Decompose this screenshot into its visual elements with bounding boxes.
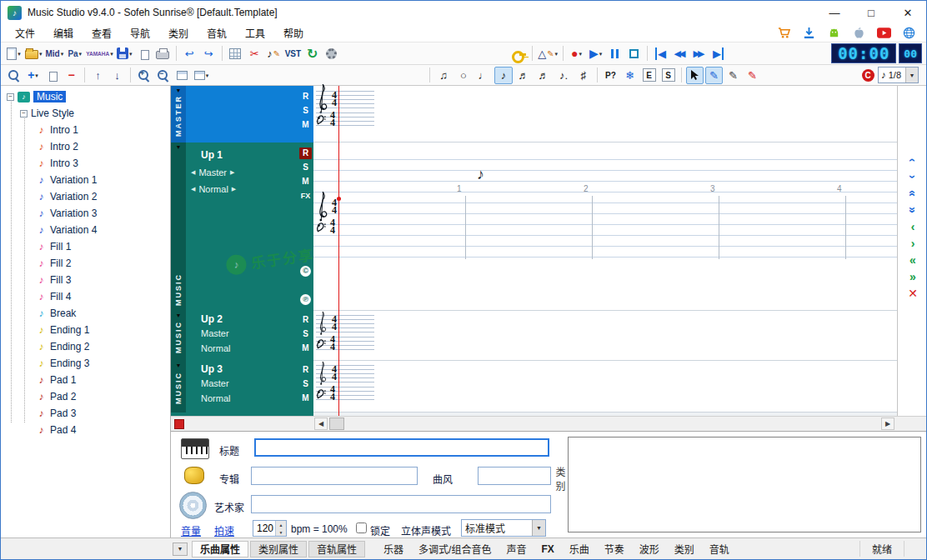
track-mode-select[interactable]: Normal bbox=[201, 343, 230, 353]
tab-rhythm[interactable]: 节奏 bbox=[598, 540, 631, 558]
note-value-dropdown-icon[interactable]: ▼ bbox=[905, 68, 918, 82]
tree-item-label[interactable]: Pad 3 bbox=[50, 408, 76, 419]
tree-item-label[interactable]: Ending 1 bbox=[50, 324, 89, 336]
thirtysecond-note-button[interactable]: ♬ bbox=[534, 67, 553, 84]
horizontal-scrollbar[interactable]: ◀ ▶ bbox=[171, 416, 927, 431]
tree-item-label[interactable]: Fill 1 bbox=[50, 241, 71, 252]
score-view-button[interactable]: S bbox=[659, 67, 677, 84]
tree-item-label[interactable]: Variation 1 bbox=[50, 174, 97, 186]
tree-item-label[interactable]: Break bbox=[50, 308, 76, 319]
pause-button[interactable] bbox=[606, 45, 624, 62]
step-right-button[interactable]: › bbox=[903, 235, 923, 251]
scroll-right-button[interactable]: ▶ bbox=[881, 418, 894, 430]
zoom-in-button[interactable]: + bbox=[135, 67, 153, 84]
next-icon[interactable]: ▶ bbox=[230, 169, 234, 176]
eighth-note-button[interactable]: ♪ bbox=[494, 67, 513, 84]
tree-item[interactable]: ♪Pad 1 bbox=[1, 372, 170, 388]
volume-link[interactable]: 音量 bbox=[181, 523, 201, 538]
score-lane-up1[interactable]: 1 2 3 4 ♪ 44 44 bbox=[313, 142, 897, 311]
move-up-button[interactable]: ↑ bbox=[89, 67, 107, 84]
track-header-up3[interactable]: ▼ MUSIC Up 3 Master Normal R S M bbox=[171, 361, 313, 412]
jump-left-button[interactable]: « bbox=[903, 252, 923, 268]
open-file-button[interactable]: ▾ bbox=[24, 45, 43, 62]
track-name[interactable]: Up 2 bbox=[201, 313, 223, 325]
scroll-down-button[interactable]: › bbox=[903, 168, 923, 184]
tree-item-label[interactable]: Intro 1 bbox=[50, 124, 78, 136]
sixteenth-note-button[interactable]: ♬ bbox=[514, 67, 533, 84]
tab-category[interactable]: 类别 bbox=[668, 540, 701, 558]
tab-track[interactable]: 音轨 bbox=[703, 540, 736, 558]
chord-button[interactable]: C bbox=[862, 69, 874, 82]
dotted-note-button[interactable]: ♪. bbox=[554, 67, 573, 84]
tree-group-live-style[interactable]: − Live Style bbox=[1, 105, 170, 122]
step-left-button[interactable]: ‹ bbox=[903, 218, 923, 234]
collapse-track-icon[interactable]: ▼ bbox=[176, 312, 182, 318]
tree-item[interactable]: ♪Ending 3 bbox=[1, 355, 170, 372]
undo-button[interactable]: ↩ bbox=[181, 45, 198, 62]
tree-item[interactable]: ♪Fill 4 bbox=[1, 288, 170, 305]
tree-item-label[interactable]: Intro 2 bbox=[50, 141, 78, 152]
score-lane-up2[interactable]: 44 44 bbox=[313, 311, 897, 361]
tree-item[interactable]: ♪Pad 4 bbox=[1, 422, 170, 438]
tree-group-label[interactable]: Live Style bbox=[31, 108, 74, 119]
tree-item-label[interactable]: Fill 3 bbox=[50, 274, 71, 286]
tuplet-note-button[interactable]: ♫ bbox=[434, 67, 453, 84]
draw-mode-button[interactable]: △✎▾ bbox=[537, 45, 559, 62]
collapse-track-icon[interactable]: ▼ bbox=[176, 88, 182, 93]
track-mode-select[interactable]: Normal bbox=[201, 393, 230, 403]
tree-root[interactable]: − ♪ Music bbox=[1, 88, 170, 105]
copyright-badge-icon[interactable]: © bbox=[300, 266, 311, 277]
tab-song[interactable]: 乐曲 bbox=[563, 540, 596, 558]
scroll-left-button[interactable]: ◀ bbox=[314, 418, 328, 430]
remove-button[interactable]: − bbox=[63, 67, 80, 84]
website-globe-icon[interactable] bbox=[901, 27, 916, 40]
menu-tools[interactable]: 工具 bbox=[236, 24, 274, 42]
tempo-down-icon[interactable]: ▼ bbox=[276, 528, 286, 536]
redo-button[interactable]: ↪ bbox=[200, 45, 218, 62]
fast-forward-button[interactable]: ▶▶ bbox=[690, 45, 708, 62]
duplicate-button[interactable] bbox=[43, 67, 61, 84]
tree-item-label[interactable]: Intro 3 bbox=[50, 158, 78, 169]
download-icon[interactable] bbox=[801, 27, 816, 40]
tempo-link[interactable]: 拍速 bbox=[214, 523, 234, 538]
pencil-tool-button[interactable]: ✎ bbox=[705, 67, 723, 84]
tempo-spinner[interactable]: ▲ ▼ bbox=[253, 520, 287, 537]
lock-checkbox[interactable] bbox=[356, 522, 367, 533]
stop-button[interactable] bbox=[625, 45, 643, 62]
line-tool-button[interactable]: ✎ bbox=[724, 67, 742, 84]
track-header-up1[interactable]: ▼ MUSIC Up 1 ◀Master▶ ◀Normal▶ R S M FX … bbox=[171, 142, 313, 311]
tree-item-label[interactable]: Fill 2 bbox=[50, 258, 71, 269]
track-header-up2[interactable]: ▼ MUSIC Up 2 Master Normal R S M bbox=[171, 311, 313, 361]
track-name[interactable]: Up 1 bbox=[201, 149, 223, 161]
tab-fx[interactable]: FX bbox=[534, 542, 560, 557]
tree-item-label[interactable]: Pad 2 bbox=[50, 391, 76, 402]
fit-width-button[interactable] bbox=[173, 67, 191, 84]
tree-root-label[interactable]: Music bbox=[33, 91, 66, 102]
tempo-input[interactable] bbox=[253, 521, 275, 536]
tree-item[interactable]: ♪Ending 1 bbox=[1, 322, 170, 338]
tab-sound[interactable]: 声音 bbox=[499, 540, 533, 558]
playhead[interactable] bbox=[338, 86, 339, 416]
tab-multipad[interactable]: 多调式/组合音色 bbox=[412, 540, 498, 558]
skip-start-button[interactable]: ◀ bbox=[652, 45, 669, 62]
up3-mute-button[interactable]: M bbox=[299, 392, 312, 404]
vst-button[interactable]: VST bbox=[284, 45, 302, 62]
fit-page-button[interactable]: ▾ bbox=[193, 67, 210, 84]
track-source-select[interactable]: ◀Master▶ bbox=[191, 168, 234, 178]
tempo-up-icon[interactable]: ▲ bbox=[276, 521, 286, 528]
up3-record-button[interactable]: R bbox=[299, 364, 312, 376]
title-input[interactable] bbox=[254, 438, 549, 457]
youtube-icon[interactable] bbox=[876, 27, 891, 40]
prev-icon[interactable]: ◀ bbox=[191, 186, 195, 192]
collapse-track-icon[interactable]: ▼ bbox=[176, 144, 182, 150]
play-button[interactable]: ▶▾ bbox=[587, 45, 604, 62]
quantize-button[interactable]: P? bbox=[602, 67, 619, 84]
album-input[interactable] bbox=[251, 467, 418, 485]
menu-help[interactable]: 帮助 bbox=[274, 24, 313, 42]
track-source-select[interactable]: Master bbox=[201, 328, 229, 338]
save-button[interactable]: ▾ bbox=[116, 45, 133, 62]
pointer-tool-button[interactable] bbox=[686, 67, 704, 84]
sharp-button[interactable]: ♯ bbox=[574, 67, 593, 84]
tree-item-label[interactable]: Variation 2 bbox=[50, 191, 97, 202]
track-source-select[interactable]: Master bbox=[201, 378, 229, 388]
